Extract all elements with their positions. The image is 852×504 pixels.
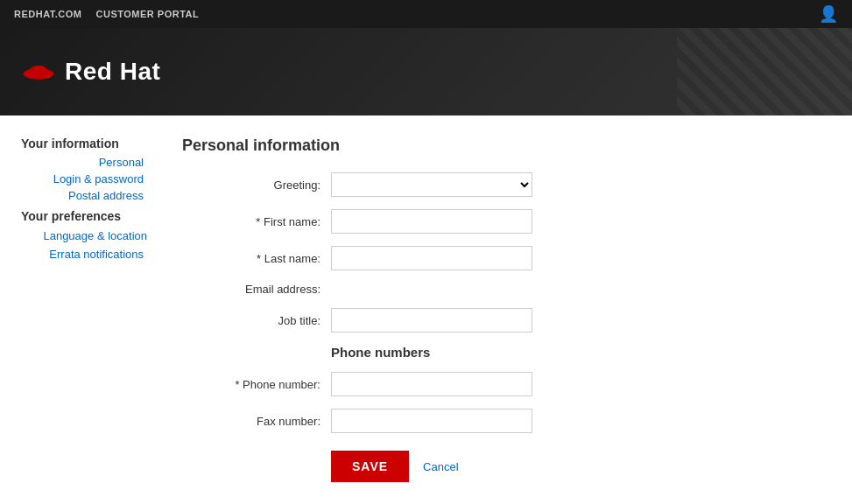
greeting-label: Greeting: bbox=[182, 178, 331, 192]
fax-input[interactable] bbox=[331, 409, 532, 433]
header: Red Hat bbox=[0, 28, 852, 116]
phone-label: * Phone number: bbox=[182, 378, 331, 391]
sidebar: Your information Personal Login & passwo… bbox=[21, 136, 161, 482]
fax-label: Fax number: bbox=[182, 415, 331, 428]
phone-group: * Phone number: bbox=[182, 372, 788, 396]
phone-section-title: Phone numbers bbox=[331, 345, 788, 360]
job-title-input[interactable] bbox=[331, 308, 532, 332]
sidebar-your-preferences: Your preferences Language & location Err… bbox=[21, 209, 147, 261]
sidebar-item-errata-notifications[interactable]: Errata notifications bbox=[21, 248, 147, 261]
first-name-input[interactable] bbox=[331, 209, 532, 234]
last-name-input[interactable] bbox=[331, 246, 532, 270]
email-group: Email address: bbox=[182, 283, 788, 296]
last-name-group: * Last name: bbox=[182, 246, 788, 270]
phone-input[interactable] bbox=[331, 372, 532, 396]
job-title-label: Job title: bbox=[182, 314, 331, 327]
fax-group: Fax number: bbox=[182, 409, 788, 433]
page-title: Personal information bbox=[182, 136, 788, 155]
first-name-group: * First name: bbox=[182, 209, 788, 234]
top-nav: REDHAT.COM CUSTOMER PORTAL 👤 bbox=[0, 0, 852, 28]
main-content: Your information Personal Login & passwo… bbox=[0, 116, 788, 482]
form-actions: SAVE Cancel bbox=[182, 451, 788, 482]
user-icon[interactable]: 👤 bbox=[819, 4, 838, 24]
redhat-com-link[interactable]: REDHAT.COM bbox=[14, 9, 82, 19]
sidebar-item-language-location[interactable]: Language & location bbox=[21, 228, 147, 244]
sidebar-your-information: Your information Personal Login & passwo… bbox=[21, 136, 147, 202]
save-button[interactable]: SAVE bbox=[331, 451, 409, 482]
sidebar-item-postal-address[interactable]: Postal address bbox=[21, 189, 147, 202]
brand-name: Red Hat bbox=[65, 58, 160, 86]
greeting-group: Greeting: Mr. Ms. Dr. Prof. bbox=[182, 172, 788, 197]
last-name-label: * Last name: bbox=[182, 252, 331, 265]
greeting-select[interactable]: Mr. Ms. Dr. Prof. bbox=[331, 172, 532, 197]
customer-portal-link[interactable]: CUSTOMER PORTAL bbox=[96, 9, 200, 19]
your-information-title: Your information bbox=[21, 136, 147, 150]
your-preferences-title: Your preferences bbox=[21, 209, 147, 223]
top-nav-links: REDHAT.COM CUSTOMER PORTAL bbox=[14, 9, 199, 19]
form-area: Personal information Greeting: Mr. Ms. D… bbox=[161, 136, 788, 482]
sidebar-item-personal[interactable]: Personal bbox=[21, 156, 147, 169]
svg-point-1 bbox=[24, 68, 54, 80]
cancel-link[interactable]: Cancel bbox=[423, 460, 458, 473]
email-label: Email address: bbox=[182, 283, 331, 296]
sidebar-item-login-password[interactable]: Login & password bbox=[21, 172, 147, 186]
red-hat-hat-icon bbox=[21, 59, 56, 85]
first-name-label: * First name: bbox=[182, 215, 331, 228]
job-title-group: Job title: bbox=[182, 308, 788, 332]
brand-logo: Red Hat bbox=[21, 58, 160, 86]
